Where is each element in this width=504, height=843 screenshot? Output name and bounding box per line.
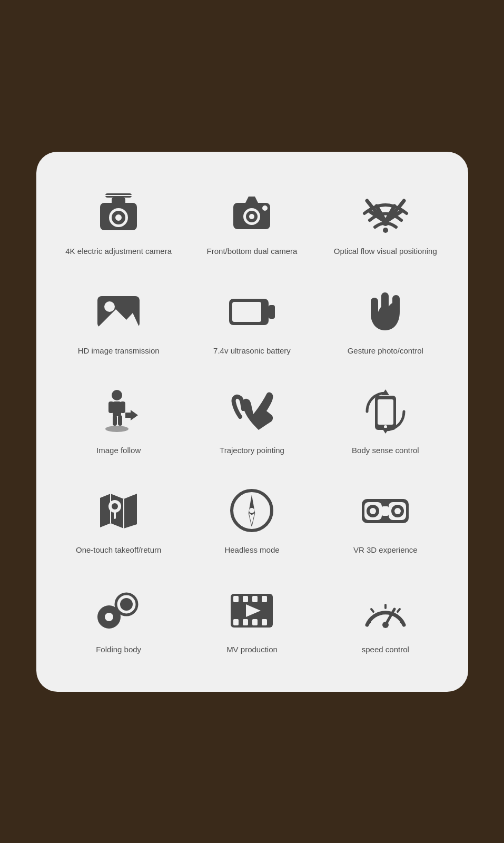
svg-rect-22 [108, 401, 114, 413]
svg-point-11 [262, 205, 268, 211]
feature-label-speed: speed control [362, 644, 409, 655]
vr-goggles-icon [359, 487, 412, 535]
svg-rect-21 [113, 401, 121, 416]
svg-point-50 [120, 598, 133, 611]
map-pin-icon [92, 487, 145, 535]
svg-point-10 [249, 214, 254, 219]
feature-label-optical-flow: Optical flow visual positioning [334, 246, 437, 257]
compass-icon [225, 487, 278, 535]
feature-label-folding: Folding body [96, 644, 141, 655]
feature-label-gesture: Gesture photo/control [348, 345, 423, 356]
touch-gesture-icon [225, 388, 278, 435]
svg-point-47 [394, 508, 401, 514]
svg-rect-23 [120, 401, 125, 413]
svg-rect-24 [113, 415, 117, 426]
feature-folding: Folding body [52, 571, 185, 665]
feature-label-image-follow: Image follow [96, 445, 141, 456]
feature-label-body-sense: Body sense control [352, 445, 419, 456]
feature-trajectory: Trajectory pointing [185, 372, 319, 466]
feature-gesture: Gesture photo/control [319, 272, 452, 367]
film-icon [225, 587, 278, 634]
feature-label-headless: Headless mode [224, 544, 279, 555]
svg-rect-4 [112, 198, 125, 205]
camera-icon [225, 189, 278, 236]
feature-vr: VR 3D experience [319, 472, 452, 566]
svg-point-3 [115, 214, 122, 221]
svg-rect-28 [125, 413, 133, 418]
hand-icon [359, 288, 412, 336]
svg-point-15 [104, 301, 115, 312]
feature-label-takeoff: One-touch takeoff/return [76, 544, 161, 555]
svg-point-13 [383, 228, 388, 233]
svg-point-46 [370, 508, 376, 514]
feature-label-dual-camera: Front/bottom dual camera [207, 246, 298, 257]
svg-rect-58 [243, 619, 248, 625]
feature-label-trajectory: Trajectory pointing [220, 445, 284, 456]
phone-rotate-icon [359, 388, 412, 435]
features-card: 4K electric adjustment camera Front/bott… [36, 152, 468, 692]
svg-line-63 [371, 609, 373, 612]
svg-rect-57 [233, 619, 239, 625]
svg-rect-30 [378, 399, 393, 425]
svg-point-68 [382, 622, 389, 628]
feature-label-vr: VR 3D experience [353, 544, 418, 555]
feature-headless: Headless mode [185, 472, 319, 566]
fold-icon [92, 587, 145, 634]
svg-rect-60 [262, 619, 267, 625]
svg-rect-18 [269, 305, 275, 319]
svg-rect-54 [243, 596, 248, 602]
feature-mv: MV production [185, 571, 319, 665]
feature-battery: 7.4v ultrasonic battery [185, 272, 319, 367]
camera-adjust-icon [92, 189, 145, 236]
feature-label-hd-transmission: HD image transmission [78, 345, 160, 356]
svg-rect-56 [262, 596, 267, 602]
svg-rect-59 [252, 619, 258, 625]
feature-optical-flow: Optical flow visual positioning [319, 173, 452, 267]
svg-point-20 [112, 390, 122, 400]
feature-label-mv: MV production [226, 644, 278, 655]
svg-marker-38 [249, 513, 255, 526]
feature-hd-transmission: HD image transmission [52, 272, 185, 367]
feature-body-sense: Body sense control [319, 372, 452, 466]
feature-4k-camera: 4K electric adjustment camera [52, 173, 185, 267]
feature-label-4k-camera: 4K electric adjustment camera [65, 246, 172, 257]
feature-image-follow: Image follow [52, 372, 185, 466]
svg-point-39 [249, 508, 254, 513]
wifi-signal-icon [359, 189, 412, 236]
feature-takeoff: One-touch takeoff/return [52, 472, 185, 566]
feature-label-battery: 7.4v ultrasonic battery [213, 345, 291, 356]
svg-rect-25 [118, 415, 122, 426]
svg-rect-53 [233, 596, 239, 602]
svg-rect-19 [232, 302, 261, 322]
feature-dual-camera: Front/bottom dual camera [185, 173, 319, 267]
svg-point-35 [112, 503, 118, 509]
svg-point-26 [105, 426, 129, 432]
image-icon [92, 288, 145, 336]
svg-point-51 [105, 613, 113, 621]
svg-rect-43 [382, 506, 389, 516]
svg-line-65 [398, 609, 400, 612]
person-follow-icon [92, 388, 145, 435]
battery-icon [225, 288, 278, 336]
feature-speed: speed control [319, 571, 452, 665]
speedometer-icon [359, 587, 412, 634]
svg-rect-55 [252, 596, 258, 602]
